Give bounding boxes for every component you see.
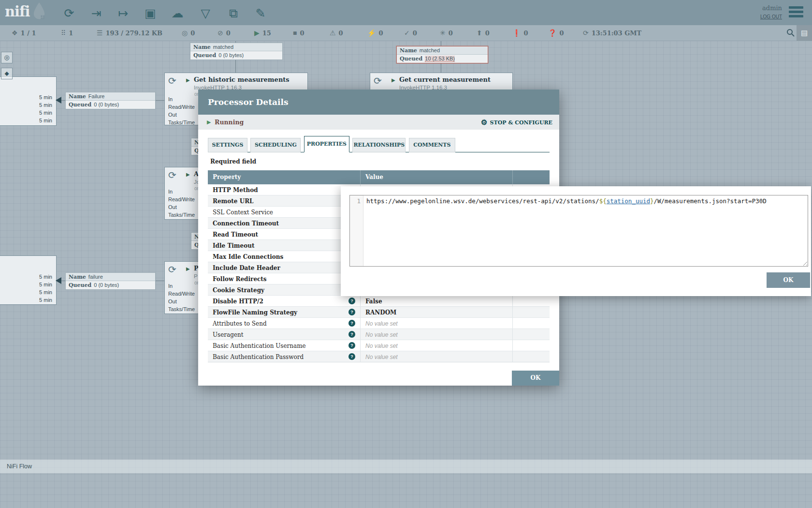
up-to-date-count: 0 — [413, 30, 417, 37]
help-icon[interactable]: ? — [348, 353, 355, 360]
output-port-tool-icon[interactable]: ↦ — [115, 5, 131, 21]
help-icon[interactable]: ? — [348, 309, 355, 315]
property-value: No value set — [365, 343, 398, 349]
editor-ok-button[interactable]: OK — [767, 272, 810, 288]
row-actions-cell — [512, 340, 550, 351]
stop-and-configure-button[interactable]: ⚙ STOP & CONFIGURE — [481, 118, 552, 127]
processor-offscreen-top[interactable]: 5 min 5 min 5 min 5 min — [0, 76, 57, 126]
processor-stat: 5 min — [39, 274, 52, 280]
processor-stat: Read/Write — [168, 104, 195, 110]
property-value: RANDOM — [365, 309, 396, 316]
not-transmitting-count: 0 — [226, 30, 231, 37]
connection-label-failure[interactable]: NameFailure Queued0 (0 bytes) — [65, 92, 156, 109]
stopped-count: 0 — [300, 30, 304, 37]
property-value-cell[interactable]: RANDOM — [360, 307, 512, 317]
table-row[interactable]: Disable HTTP/2? False — [208, 296, 550, 307]
table-row[interactable]: FlowFile Naming Strategy? RANDOM — [208, 307, 550, 318]
property-name: Basic Authentication Username — [213, 343, 306, 349]
canvas-edge-button-tag[interactable]: ⬥ — [1, 68, 13, 79]
panel-toggle-icon[interactable]: ▤ — [797, 25, 812, 41]
url-text: /W/measurements.json?start=P30D — [654, 197, 767, 205]
input-port-tool-icon[interactable]: ⇥ — [88, 5, 104, 21]
gear-icon: ⚙ — [481, 118, 487, 127]
property-name: HTTP Method — [213, 187, 258, 194]
connection-label-matched[interactable]: Namematched Queued0 (0 bytes) — [190, 43, 283, 60]
help-icon[interactable]: ? — [348, 342, 355, 349]
editor-line-number: 1 — [350, 195, 363, 266]
table-row[interactable]: Basic Authentication Username? No value … — [208, 340, 550, 351]
not-transmitting-icon: ⊘ — [218, 29, 223, 37]
required-field-note: Required field — [210, 158, 256, 165]
property-value-cell[interactable]: No value set — [360, 329, 512, 340]
cluster-count: 1 / 1 — [21, 30, 36, 37]
running-indicator-icon: ▶ — [392, 77, 395, 83]
canvas-edge-button-control[interactable]: ◎ — [1, 52, 13, 63]
processor-tool-icon[interactable]: ⟳ — [61, 5, 77, 21]
tab-relationships[interactable]: RELATIONSHIPS — [352, 138, 406, 152]
tab-comments[interactable]: COMMENTS — [409, 138, 455, 152]
connection-name-value: matched — [420, 47, 440, 53]
running-count: 15 — [262, 30, 271, 37]
breadcrumb[interactable]: NiFi Flow — [7, 460, 32, 473]
property-name: SSL Context Service — [213, 209, 273, 216]
queued-icon: ☰ — [97, 29, 103, 37]
table-row[interactable]: Basic Authentication Password? No value … — [208, 351, 550, 362]
property-name: Attributes to Send — [213, 320, 267, 327]
stopped-icon: ■ — [293, 29, 297, 37]
connection-arrow — [56, 277, 61, 284]
nifi-logo: nifi — [5, 2, 46, 21]
property-value-cell[interactable]: No value set — [360, 351, 512, 362]
dialog-ok-button[interactable]: OK — [512, 371, 559, 386]
property-value-cell[interactable]: False — [360, 296, 512, 306]
sync-failure-count: 0 — [559, 30, 564, 37]
transmitting-count: 0 — [190, 30, 195, 37]
value-editor[interactable]: 1 https://www.pegelonline.wsv.de/webserv… — [349, 195, 808, 267]
processor-stat: Out — [168, 112, 177, 118]
property-name: Remote URL — [213, 198, 254, 205]
processor-type: P — [194, 273, 198, 279]
help-icon[interactable]: ? — [348, 331, 355, 338]
property-name: Max Idle Connections — [213, 254, 283, 260]
processor-stat: 5 min — [39, 94, 52, 100]
process-group-tool-icon[interactable]: ▣ — [142, 5, 159, 21]
processor-type-icon: ⟳ — [168, 264, 176, 275]
connection-name-label: Name — [400, 47, 417, 54]
property-name: Idle Timeout — [213, 242, 254, 249]
connection-label-failure-bottom[interactable]: Namefailure Queued0 (0 bytes) — [65, 272, 156, 290]
processor-offscreen-bottom[interactable]: 5 min 5 min 5 min 5 min — [0, 255, 57, 305]
connection-queued-label: Queued — [400, 56, 422, 62]
breadcrumb-bar: NiFi Flow — [0, 460, 812, 473]
app-header: nifi ⟳ ⇥ ↦ ▣ ☁ ▽ ⧉ ✎ admin LOG OUT — [0, 0, 812, 25]
el-open-token: ${ — [599, 197, 607, 205]
table-header: Property Value — [208, 170, 550, 184]
global-menu-icon[interactable] — [789, 6, 803, 19]
connection-queued-value: 0 (0 bytes) — [94, 102, 119, 107]
tab-scheduling[interactable]: SCHEDULING — [250, 138, 301, 152]
help-icon[interactable]: ? — [348, 298, 355, 304]
funnel-tool-icon[interactable]: ▽ — [197, 5, 214, 21]
property-value-cell[interactable]: No value set — [360, 340, 512, 351]
connection-queued-value: 10 (2.53 KB) — [425, 56, 455, 62]
table-row[interactable]: Attributes to Send? No value set — [208, 318, 550, 329]
help-icon[interactable]: ? — [348, 320, 355, 327]
connection-name-value: failure — [88, 274, 103, 280]
search-icon[interactable] — [786, 29, 795, 37]
remote-process-group-tool-icon[interactable]: ☁ — [169, 5, 186, 21]
logout-link[interactable]: LOG OUT — [760, 14, 782, 19]
tab-settings[interactable]: SETTINGS — [208, 138, 247, 152]
refresh-icon[interactable]: ⟳ — [583, 29, 589, 37]
table-row[interactable]: Useragent? No value set — [208, 329, 550, 340]
connection-label-matched-alert[interactable]: Namematched Queued10 (2.53 KB) — [396, 46, 488, 63]
label-tool-icon[interactable]: ✎ — [252, 5, 269, 21]
editor-code-line[interactable]: https://www.pegelonline.wsv.de/webservic… — [366, 197, 801, 205]
disabled-icon: ⚡ — [367, 29, 376, 37]
template-tool-icon[interactable]: ⧉ — [225, 5, 242, 21]
processor-stat: 5 min — [39, 110, 52, 116]
editor-resize-handle[interactable] — [801, 260, 807, 266]
tab-properties[interactable]: PROPERTIES — [304, 136, 349, 152]
disabled-count: 0 — [378, 30, 383, 37]
processor-stat: In — [168, 283, 173, 289]
property-value-cell[interactable]: No value set — [360, 318, 512, 329]
connection-name-value: Failure — [88, 93, 105, 99]
control-icon: ◎ — [4, 54, 9, 61]
